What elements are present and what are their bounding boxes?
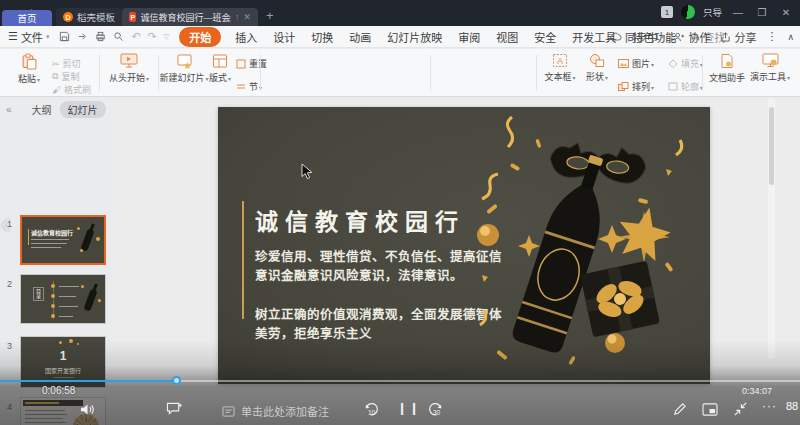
show-settings-button[interactable]: 放映: [790, 53, 800, 82]
upload-icon[interactable]: ↑: [235, 12, 240, 22]
doc-assistant-button[interactable]: 文档助手: [705, 53, 749, 84]
more-options-button[interactable]: ···: [762, 399, 777, 413]
presentation-tools-icon: [762, 53, 779, 68]
sync-status[interactable]: 同步中▾: [610, 29, 665, 45]
shapes-button[interactable]: 形状: [580, 53, 614, 83]
textbox-button[interactable]: A 文本框: [540, 53, 580, 83]
avatar[interactable]: [681, 5, 695, 19]
slide-title[interactable]: 诚信教育校园行: [255, 203, 465, 237]
cloud-sync-icon: [610, 32, 622, 42]
notes-placeholder-bar[interactable]: 单击此处添加备注: [222, 403, 329, 419]
menu-view[interactable]: 视图: [496, 29, 518, 45]
print-icon[interactable]: [95, 31, 106, 42]
menubar: ☰ 文件 ▾ ↶ ↷ ▽ 开始 插入 设计 切换 动画 幻灯片放映 审阅 视图 …: [0, 26, 800, 48]
document-title: 诚信教育校园行—班会ppt.pptx: [140, 11, 231, 24]
svg-text:A: A: [557, 56, 563, 66]
tab-document[interactable]: P 诚信教育校园行—班会ppt.pptx ↑ ✕: [122, 8, 258, 26]
rewind-10-button[interactable]: 10: [362, 402, 379, 421]
menu-insert[interactable]: 插入: [235, 29, 257, 45]
menu-design[interactable]: 设计: [273, 29, 295, 45]
slide-number: 2: [7, 279, 12, 289]
preview-icon[interactable]: [113, 31, 124, 42]
menu-review[interactable]: 审阅: [458, 29, 480, 45]
paste-icon: [21, 53, 38, 70]
volume-button[interactable]: [80, 402, 95, 420]
menu-transition[interactable]: 切换: [311, 29, 333, 45]
tab-docer-templates[interactable]: D 稻壳模板: [56, 8, 122, 26]
close-button[interactable]: ✕: [778, 7, 794, 18]
redo-icon[interactable]: ↷: [148, 30, 157, 43]
menu-slideshow[interactable]: 幻灯片放映: [387, 29, 442, 45]
menu-home[interactable]: 开始: [179, 27, 221, 47]
layout-button[interactable]: 版式: [204, 53, 236, 84]
slide-thumbnail-1[interactable]: 诚信教育校园行: [20, 215, 106, 265]
reset-icon: [236, 59, 246, 69]
section-icon: [236, 82, 246, 92]
outline-button[interactable]: 轮廓: [668, 80, 703, 93]
slide-thumbnail-2[interactable]: 目录: [20, 274, 106, 324]
customize-toolbar-icon[interactable]: ▽: [164, 33, 169, 41]
pause-button[interactable]: ❙❙: [397, 401, 421, 415]
collaborate-icon: [674, 32, 685, 42]
vertical-scrollbar[interactable]: [768, 99, 775, 359]
username: 只导: [703, 5, 722, 19]
annotate-pencil-button[interactable]: [672, 402, 687, 421]
add-comment-button[interactable]: [166, 402, 182, 420]
collapse-panel-icon[interactable]: «: [6, 104, 12, 115]
fill-button[interactable]: 填充: [668, 57, 703, 70]
new-slide-button[interactable]: 新建幻灯片: [160, 53, 208, 84]
format-painter-button[interactable]: 🖌 格式刷: [52, 83, 91, 96]
menu-file[interactable]: ☰ 文件 ▾: [8, 29, 49, 45]
player-badge: 88: [786, 400, 798, 412]
collapse-ribbon-icon[interactable]: ∧: [787, 32, 794, 42]
collaborate-button[interactable]: 协作: [674, 29, 710, 45]
share-button[interactable]: 分享: [720, 29, 756, 45]
tab-outline[interactable]: 大纲: [32, 102, 52, 117]
fill-icon: [668, 59, 678, 68]
progress-handle[interactable]: [172, 376, 181, 385]
menu-animation[interactable]: 动画: [349, 29, 371, 45]
more-menu-icon[interactable]: ⋮: [766, 30, 777, 43]
ppt-file-icon: P: [129, 12, 136, 22]
tab-slides[interactable]: 幻灯片: [60, 101, 106, 118]
textbox-icon: A: [552, 53, 568, 68]
pip-button[interactable]: [702, 402, 718, 420]
forward-30-button[interactable]: 30: [428, 402, 445, 421]
new-slide-icon: [176, 53, 193, 69]
doc-assistant-icon: [720, 53, 734, 69]
presentation-tools-button[interactable]: 演示工具: [748, 53, 792, 83]
reset-button[interactable]: 重置: [236, 57, 267, 70]
copy-button[interactable]: ⧉ 复制: [52, 70, 79, 83]
video-progress-bar[interactable]: [0, 380, 800, 382]
arrange-button[interactable]: 排列: [618, 80, 654, 93]
paste-button[interactable]: 粘贴: [6, 53, 52, 85]
output-icon[interactable]: [77, 31, 88, 42]
exit-fullscreen-button[interactable]: [733, 402, 748, 420]
total-time: 0:34:07: [742, 386, 772, 396]
video-player-overlay: 0:06:58 0:34:07 单击此处添加备注 10 ❙❙ 30: [0, 340, 800, 425]
restore-button[interactable]: ❐: [754, 7, 770, 18]
minimize-button[interactable]: —: [730, 7, 746, 18]
previous-overlay-chevron[interactable]: ‹: [1, 208, 11, 238]
section-button[interactable]: 节: [236, 80, 262, 93]
docer-icon: D: [63, 12, 73, 22]
picture-button[interactable]: 图片: [618, 57, 654, 70]
play-from-start-button[interactable]: 从头开始: [103, 53, 155, 84]
tab-home[interactable]: 首页: [2, 10, 52, 26]
title-accent-bar: [242, 201, 244, 319]
undo-icon[interactable]: ↶: [131, 30, 140, 43]
new-tab-button[interactable]: +: [266, 8, 274, 23]
menu-security[interactable]: 安全: [534, 29, 556, 45]
mini-bottle: [83, 288, 97, 311]
slideshow-icon: [120, 53, 138, 69]
close-tab-icon[interactable]: ✕: [243, 12, 251, 22]
current-time: 0:06:58: [42, 385, 75, 396]
scrollbar-thumb[interactable]: [769, 107, 774, 185]
shapes-icon: [589, 53, 605, 68]
save-icon[interactable]: [59, 31, 70, 42]
arrange-icon: [618, 82, 629, 91]
wps-presentation-window: ← 首页 D 稻壳模板 P 诚信教育校园行—班会ppt.pptx ↑ ✕ + 1…: [0, 0, 800, 425]
mouse-cursor: [301, 163, 313, 180]
cut-button[interactable]: ✂ 剪切: [52, 57, 81, 70]
message-badge[interactable]: 1: [661, 6, 673, 18]
